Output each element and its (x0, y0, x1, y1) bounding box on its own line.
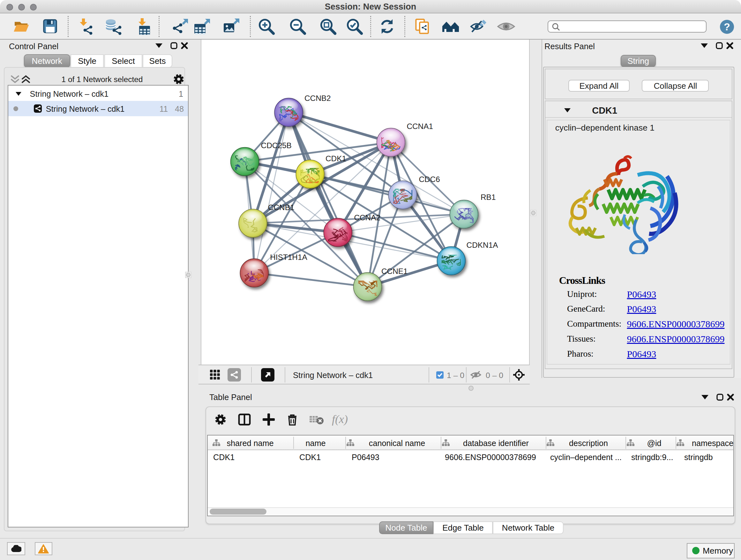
svg-text:CCNB1: CCNB1 (268, 203, 294, 212)
svg-text:HIST1H1A: HIST1H1A (270, 253, 308, 261)
svg-text:CDC25B: CDC25B (261, 141, 292, 150)
svg-text:CCNA2: CCNA2 (354, 213, 381, 222)
svg-text:CDKN1A: CDKN1A (467, 241, 498, 249)
svg-text:CDC6: CDC6 (419, 175, 440, 184)
svg-text:RB1: RB1 (481, 193, 495, 201)
svg-text:CCNA1: CCNA1 (407, 122, 433, 131)
svg-text:CCNB2: CCNB2 (305, 94, 331, 103)
svg-text:CCNE1: CCNE1 (381, 267, 408, 275)
svg-text:CDK1: CDK1 (326, 154, 346, 163)
